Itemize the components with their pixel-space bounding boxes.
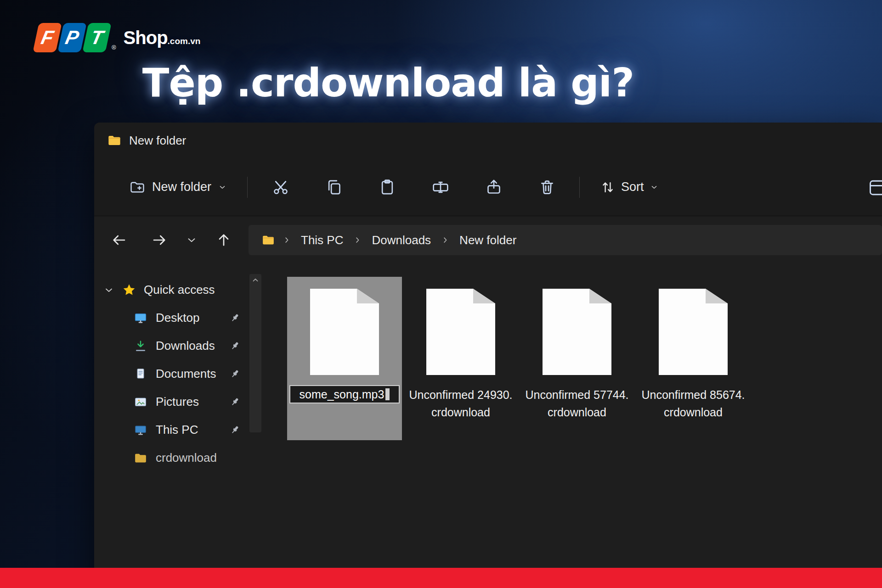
sidebar-label: crdownload bbox=[156, 451, 217, 465]
pin-icon bbox=[229, 396, 241, 408]
fpt-shop-logo: F P T ® Shop .com.vn bbox=[36, 23, 200, 52]
forward-icon bbox=[151, 232, 168, 248]
desktop-icon bbox=[134, 311, 147, 325]
sidebar-label: Quick access bbox=[144, 283, 215, 297]
sidebar-label: Pictures bbox=[156, 395, 199, 409]
page-fold bbox=[706, 289, 728, 303]
sidebar-item-crdownload[interactable]: crdownload bbox=[94, 444, 248, 472]
delete-button[interactable] bbox=[527, 173, 567, 202]
folder-icon bbox=[261, 233, 275, 247]
fpt-logo-letter-p: P bbox=[57, 23, 87, 52]
brand-domain-text: .com.vn bbox=[168, 36, 201, 46]
file-item-unconfirmed-85674[interactable]: Unconfirmed 85674.crdownload bbox=[636, 277, 751, 421]
sort-button[interactable]: Sort bbox=[591, 173, 668, 202]
page-fold bbox=[589, 289, 611, 303]
view-icon bbox=[865, 178, 882, 198]
recent-locations-button[interactable] bbox=[179, 227, 204, 253]
file-name: some_song.mp3 bbox=[300, 388, 384, 401]
page-fold bbox=[357, 289, 379, 303]
pin-icon bbox=[229, 368, 241, 380]
navigation-bar: This PC Downloads New folder bbox=[94, 216, 882, 264]
window-titlebar: New folder bbox=[94, 123, 882, 158]
downloads-icon bbox=[134, 339, 147, 353]
rename-icon bbox=[431, 178, 450, 196]
cut-icon bbox=[271, 178, 290, 196]
new-folder-button[interactable]: New folder bbox=[121, 173, 235, 202]
fpt-logo-letter-t: T bbox=[82, 23, 112, 52]
documents-icon bbox=[134, 367, 147, 381]
cut-button[interactable] bbox=[260, 173, 301, 202]
sidebar-label: This PC bbox=[156, 423, 198, 437]
breadcrumb-chevron-icon bbox=[353, 236, 362, 244]
view-button[interactable] bbox=[865, 178, 882, 198]
star-icon bbox=[122, 283, 136, 297]
registered-mark: ® bbox=[112, 44, 116, 51]
file-item-unconfirmed-57744[interactable]: Unconfirmed 57744.crdownload bbox=[520, 277, 634, 421]
share-button[interactable] bbox=[474, 173, 514, 202]
sidebar-item-this-pc[interactable]: This PC bbox=[94, 416, 248, 444]
pin-icon bbox=[229, 424, 241, 436]
up-button[interactable] bbox=[211, 227, 237, 253]
chevron-down-icon[interactable] bbox=[103, 285, 114, 296]
folder-icon bbox=[107, 133, 122, 148]
chevron-down-icon bbox=[186, 234, 198, 246]
toolbar-separator bbox=[247, 177, 248, 198]
sidebar-item-documents[interactable]: Documents bbox=[94, 360, 248, 388]
fpt-logo-letter-f: F bbox=[33, 23, 62, 52]
breadcrumb-chevron-icon bbox=[283, 236, 291, 244]
sidebar-item-pictures[interactable]: Pictures bbox=[94, 388, 248, 416]
file-item-unconfirmed-24930[interactable]: Unconfirmed 24930.crdownload bbox=[403, 277, 518, 421]
delete-icon bbox=[538, 178, 556, 196]
share-icon bbox=[485, 178, 503, 196]
chevron-down-icon bbox=[650, 183, 659, 192]
page-fold bbox=[473, 289, 495, 303]
new-folder-icon bbox=[129, 179, 146, 196]
paste-button[interactable] bbox=[367, 173, 407, 202]
sidebar-item-desktop[interactable]: Desktop bbox=[94, 304, 248, 332]
address-bar[interactable]: This PC Downloads New folder bbox=[249, 225, 882, 255]
sidebar-label: Documents bbox=[156, 367, 216, 381]
window-title: New folder bbox=[129, 134, 186, 148]
back-button[interactable] bbox=[106, 227, 132, 253]
window-body: Quick access Desktop bbox=[94, 264, 882, 588]
file-name: Unconfirmed 85674.crdownload bbox=[640, 386, 746, 421]
sidebar-item-quick-access[interactable]: Quick access bbox=[94, 276, 248, 304]
page: F P T ® Shop .com.vn Tệp .crdownload là … bbox=[0, 0, 882, 588]
up-icon bbox=[215, 232, 232, 248]
paste-icon bbox=[378, 178, 396, 196]
folder-icon bbox=[134, 451, 147, 465]
rename-input[interactable]: some_song.mp3 bbox=[289, 385, 400, 403]
fpt-logo-blocks: F P T ® bbox=[36, 23, 116, 52]
scroll-up-icon[interactable] bbox=[251, 276, 260, 284]
copy-icon bbox=[325, 178, 343, 196]
pin-icon bbox=[229, 312, 241, 324]
this-pc-icon bbox=[134, 423, 147, 437]
brand-text: Shop .com.vn bbox=[124, 28, 201, 48]
back-icon bbox=[111, 232, 127, 248]
forward-button[interactable] bbox=[147, 227, 172, 253]
bottom-accent-bar bbox=[0, 568, 882, 588]
sort-label: Sort bbox=[621, 180, 644, 194]
scrollbar[interactable] bbox=[249, 274, 261, 432]
pin-icon bbox=[229, 340, 241, 352]
breadcrumb-item-downloads[interactable]: Downloads bbox=[369, 233, 434, 247]
text-cursor bbox=[385, 388, 390, 400]
copy-button[interactable] bbox=[314, 173, 354, 202]
sidebar-item-downloads[interactable]: Downloads bbox=[94, 332, 248, 360]
new-folder-label: New folder bbox=[152, 180, 211, 194]
sidebar-label: Downloads bbox=[156, 339, 215, 353]
pictures-icon bbox=[134, 395, 147, 409]
breadcrumb-item-this-pc[interactable]: This PC bbox=[298, 233, 346, 247]
file-item-some-song[interactable]: some_song.mp3 bbox=[287, 277, 402, 440]
rename-button[interactable] bbox=[420, 173, 461, 202]
file-icon bbox=[310, 289, 379, 375]
file-name: Unconfirmed 57744.crdownload bbox=[524, 386, 630, 421]
page-title: Tệp .crdownload là gì? bbox=[142, 60, 634, 106]
brand-shop-text: Shop bbox=[124, 28, 168, 48]
breadcrumb-item-new-folder[interactable]: New folder bbox=[457, 233, 519, 247]
file-list: some_song.mp3 Unconfirmed 24930.crdownlo… bbox=[269, 264, 882, 588]
chevron-down-icon bbox=[218, 183, 227, 192]
navigation-pane: Quick access Desktop bbox=[94, 264, 248, 588]
file-icon bbox=[659, 289, 728, 375]
breadcrumb-chevron-icon bbox=[441, 236, 449, 244]
